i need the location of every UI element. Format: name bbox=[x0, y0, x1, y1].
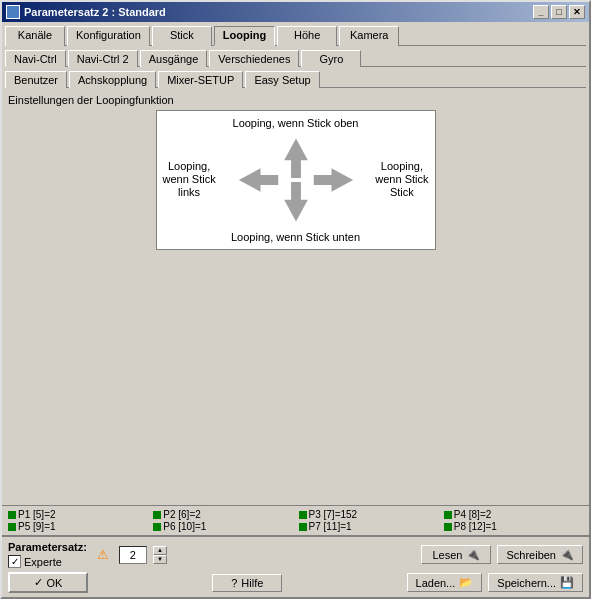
status-item-7: P8 [12]=1 bbox=[444, 521, 583, 532]
tab-hoehe[interactable]: Höhe bbox=[277, 26, 337, 46]
status-label-2: P3 [7]=152 bbox=[309, 509, 358, 520]
checkmark-icon: ✓ bbox=[34, 576, 43, 589]
status-bar: P1 [5]=2 P2 [6]=2 P3 [7]=152 P4 [8]=2 P5… bbox=[2, 505, 589, 535]
warning-icon: ⚠ bbox=[93, 546, 113, 564]
tab-looping[interactable]: Looping bbox=[214, 26, 275, 46]
ok-button[interactable]: ✓ OK bbox=[8, 572, 88, 593]
status-dot-1 bbox=[153, 511, 161, 519]
tab-verschiedenes[interactable]: Verschiedenes bbox=[209, 50, 299, 67]
arrow-down-shape bbox=[284, 182, 308, 221]
looping-diagram: Looping, wenn Stick oben Looping, wenn S… bbox=[156, 110, 436, 250]
schreiben-icon: 🔌 bbox=[560, 548, 574, 561]
spin-up-button[interactable]: ▲ bbox=[153, 546, 167, 555]
tab-benutzer[interactable]: Benutzer bbox=[5, 71, 67, 88]
speichern-button[interactable]: Speichern... 💾 bbox=[488, 573, 583, 592]
status-label-4: P5 [9]=1 bbox=[18, 521, 56, 532]
bottom-bar: Parametersatz: ✓ Experte ⚠ ▲ ▼ Lesen 🔌 S… bbox=[2, 535, 589, 597]
spin-down-button[interactable]: ▼ bbox=[153, 555, 167, 564]
param-spinbuttons: ▲ ▼ bbox=[153, 546, 167, 564]
title-bar: Parametersatz 2 : Standard _ □ ✕ bbox=[2, 2, 589, 22]
tab-ausgaenge[interactable]: Ausgänge bbox=[140, 50, 208, 67]
status-label-1: P2 [6]=2 bbox=[163, 509, 201, 520]
status-item-6: P7 [11]=1 bbox=[299, 521, 438, 532]
tab-row-2: Navi-Ctrl Navi-Ctrl 2 Ausgänge Verschied… bbox=[2, 46, 589, 66]
arrow-up-shape bbox=[284, 139, 308, 178]
bottom-row-1: Parametersatz: ✓ Experte ⚠ ▲ ▼ Lesen 🔌 S… bbox=[8, 541, 583, 568]
param-label: Parametersatz: bbox=[8, 541, 87, 553]
status-label-7: P8 [12]=1 bbox=[454, 521, 497, 532]
title-bar-left: Parametersatz 2 : Standard bbox=[6, 5, 166, 19]
status-dot-3 bbox=[444, 511, 452, 519]
tab-kamera[interactable]: Kamera bbox=[339, 26, 399, 46]
status-item-4: P5 [9]=1 bbox=[8, 521, 147, 532]
status-item-0: P1 [5]=2 bbox=[8, 509, 147, 520]
window-title: Parametersatz 2 : Standard bbox=[24, 6, 166, 18]
tab-gyro[interactable]: Gyro bbox=[301, 50, 361, 67]
main-window: Parametersatz 2 : Standard _ □ ✕ Kanäle … bbox=[0, 0, 591, 599]
experte-label: Experte bbox=[24, 556, 62, 568]
status-dot-7 bbox=[444, 523, 452, 531]
status-dot-6 bbox=[299, 523, 307, 531]
maximize-button[interactable]: □ bbox=[551, 5, 567, 19]
experte-checkbox[interactable]: ✓ bbox=[8, 555, 21, 568]
status-label-3: P4 [8]=2 bbox=[454, 509, 492, 520]
status-item-1: P2 [6]=2 bbox=[153, 509, 292, 520]
tab-konfiguration[interactable]: Konfiguration bbox=[67, 26, 150, 46]
schreiben-button[interactable]: Schreiben 🔌 bbox=[497, 545, 583, 564]
status-item-2: P3 [7]=152 bbox=[299, 509, 438, 520]
content-area: Einstellungen der Loopingfunktion Loopin… bbox=[2, 88, 589, 505]
status-label-5: P6 [10]=1 bbox=[163, 521, 206, 532]
section-label: Einstellungen der Loopingfunktion bbox=[8, 94, 583, 106]
experte-checkbox-item: ✓ Experte bbox=[8, 555, 87, 568]
app-icon bbox=[6, 5, 20, 19]
param-number-input[interactable] bbox=[119, 546, 147, 564]
status-dot-5 bbox=[153, 523, 161, 531]
status-item-5: P6 [10]=1 bbox=[153, 521, 292, 532]
status-dot-4 bbox=[8, 523, 16, 531]
tab-kanaele[interactable]: Kanäle bbox=[5, 26, 65, 46]
lesen-icon: 🔌 bbox=[466, 548, 480, 561]
status-label-0: P1 [5]=2 bbox=[18, 509, 56, 520]
tab-achskopplung[interactable]: Achskopplung bbox=[69, 71, 156, 88]
help-icon: ? bbox=[231, 577, 237, 589]
tab-easy-setup[interactable]: Easy Setup bbox=[245, 71, 319, 88]
minimize-button[interactable]: _ bbox=[533, 5, 549, 19]
tab-row-3: Benutzer Achskopplung Mixer-SETUP Easy S… bbox=[2, 67, 589, 87]
title-bar-buttons: _ □ ✕ bbox=[533, 5, 585, 19]
tab-stick[interactable]: Stick bbox=[152, 26, 212, 46]
arrow-left-shape bbox=[238, 168, 277, 192]
arrows-diagram bbox=[157, 111, 435, 249]
lesen-button[interactable]: Lesen 🔌 bbox=[421, 545, 491, 564]
hilfe-button[interactable]: ? Hilfe bbox=[212, 574, 282, 592]
bottom-row-2: ✓ OK ? Hilfe Laden... 📂 Speichern... 💾 bbox=[8, 572, 583, 593]
close-button[interactable]: ✕ bbox=[569, 5, 585, 19]
status-dot-2 bbox=[299, 511, 307, 519]
tab-navi-ctrl2[interactable]: Navi-Ctrl 2 bbox=[68, 50, 138, 67]
tab-row-1: Kanäle Konfiguration Stick Looping Höhe … bbox=[2, 22, 589, 45]
folder-icon: 📂 bbox=[459, 576, 473, 589]
arrow-right-shape bbox=[313, 168, 352, 192]
tab-navi-ctrl[interactable]: Navi-Ctrl bbox=[5, 50, 66, 67]
floppy-icon: 💾 bbox=[560, 576, 574, 589]
status-item-3: P4 [8]=2 bbox=[444, 509, 583, 520]
status-label-6: P7 [11]=1 bbox=[309, 521, 352, 532]
laden-button[interactable]: Laden... 📂 bbox=[407, 573, 483, 592]
tab-mixer-setup[interactable]: Mixer-SETUP bbox=[158, 71, 243, 88]
status-dot-0 bbox=[8, 511, 16, 519]
